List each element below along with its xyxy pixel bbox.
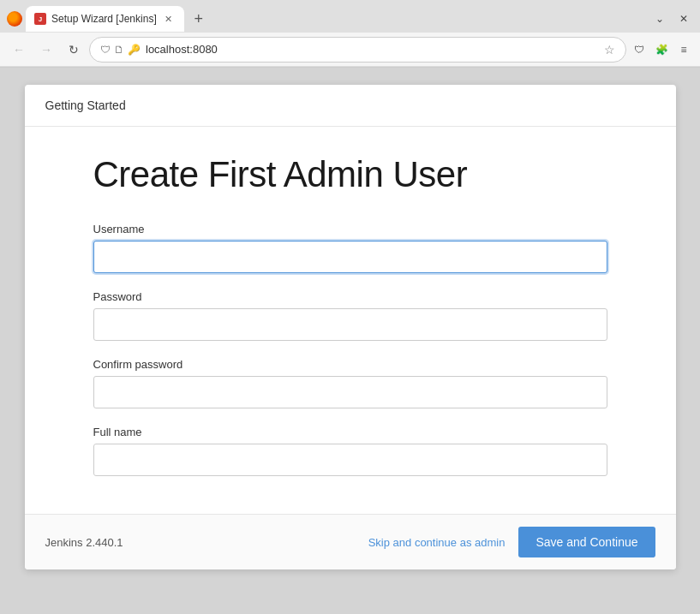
tab-close-button[interactable]: ✕ xyxy=(162,12,176,26)
security-icons: 🛡 🗋 🔑 xyxy=(100,44,141,56)
reload-button[interactable]: ↻ xyxy=(62,38,86,62)
back-button[interactable]: ← xyxy=(7,38,31,62)
new-tab-button[interactable]: + xyxy=(188,8,210,30)
getting-started-label: Getting Started xyxy=(45,98,126,112)
menu-icon[interactable]: ≡ xyxy=(674,40,693,59)
version-label: Jenkins 2.440.1 xyxy=(45,536,123,549)
skip-continue-button[interactable]: Skip and continue as admin xyxy=(365,529,509,556)
shield-icon: 🛡 xyxy=(100,44,111,56)
card-header: Getting Started xyxy=(25,85,676,127)
card-body: Create First Admin User Username Passwor… xyxy=(25,127,676,514)
shield-check-icon[interactable]: 🛡 xyxy=(630,40,649,59)
confirm-password-label: Confirm password xyxy=(93,358,607,371)
address-bar[interactable]: 🛡 🗋 🔑 localhost:8080 ☆ xyxy=(89,37,626,63)
footer-actions: Skip and continue as admin Save and Cont… xyxy=(365,527,655,557)
confirm-password-input[interactable] xyxy=(93,376,607,408)
forward-button[interactable]: → xyxy=(34,38,58,62)
tab-controls: ⌄ ✕ xyxy=(650,9,693,28)
page-icon: 🗋 xyxy=(114,44,124,56)
extensions-icon[interactable]: 🧩 xyxy=(652,40,671,59)
username-label: Username xyxy=(93,223,607,235)
nav-right-buttons: 🛡 🧩 ≡ xyxy=(630,40,693,59)
password-label: Password xyxy=(93,290,607,303)
lock-icon: 🔑 xyxy=(128,44,141,56)
confirm-password-field-group: Confirm password xyxy=(93,358,607,408)
tab-list-button[interactable]: ⌄ xyxy=(650,9,669,28)
username-field-group: Username xyxy=(93,223,607,273)
card-footer: Jenkins 2.440.1 Skip and continue as adm… xyxy=(25,514,676,569)
password-input[interactable] xyxy=(93,308,607,341)
bookmark-icon[interactable]: ☆ xyxy=(604,43,615,57)
url-text: localhost:8080 xyxy=(146,43,599,56)
full-name-field-group: Full name xyxy=(93,426,607,476)
full-name-label: Full name xyxy=(93,426,607,438)
username-input[interactable] xyxy=(93,241,607,273)
tab-bar: J Setup Wizard [Jenkins] ✕ + ⌄ ✕ xyxy=(0,0,700,33)
tab-favicon: J xyxy=(34,13,46,25)
browser-tab-active[interactable]: J Setup Wizard [Jenkins] ✕ xyxy=(26,6,184,32)
password-field-group: Password xyxy=(93,290,607,341)
page-title: Create First Admin User xyxy=(93,154,607,195)
nav-bar: ← → ↻ 🛡 🗋 🔑 localhost:8080 ☆ 🛡 🧩 ≡ xyxy=(0,33,700,67)
full-name-input[interactable] xyxy=(93,444,607,476)
page-content: Getting Started Create First Admin User … xyxy=(0,68,700,614)
save-continue-button[interactable]: Save and Continue xyxy=(518,527,655,557)
firefox-icon xyxy=(7,11,22,27)
close-browser-button[interactable]: ✕ xyxy=(674,9,693,28)
wizard-card: Getting Started Create First Admin User … xyxy=(25,85,676,569)
browser-chrome: J Setup Wizard [Jenkins] ✕ + ⌄ ✕ ← → ↻ 🛡… xyxy=(0,0,700,68)
tab-title: Setup Wizard [Jenkins] xyxy=(51,13,157,25)
